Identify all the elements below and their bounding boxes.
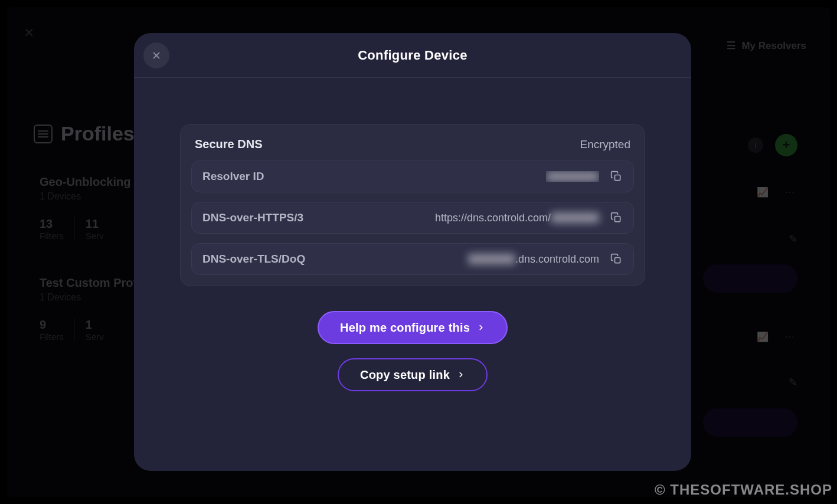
modal-close-button[interactable] bbox=[143, 42, 169, 68]
doh-label: DNS-over-HTTPS/3 bbox=[202, 211, 303, 224]
secure-dns-header: Secure DNS Encrypted bbox=[191, 135, 634, 161]
help-configure-label: Help me configure this bbox=[340, 321, 470, 335]
svg-rect-4 bbox=[615, 258, 620, 263]
doh-prefix: https://dns.controld.com/ bbox=[435, 212, 551, 224]
resolver-id-value: xxxxxxxx bbox=[546, 171, 599, 182]
watermark: © THESOFTWARE.SHOP bbox=[655, 482, 832, 498]
chevron-right-icon bbox=[477, 323, 485, 332]
copy-dot-button[interactable] bbox=[607, 250, 625, 268]
help-configure-button[interactable]: Help me configure this bbox=[318, 311, 508, 344]
chevron-right-icon bbox=[457, 371, 465, 379]
dot-value: xxxxxx.dns.controld.com bbox=[468, 253, 599, 266]
dns-over-https-row: DNS-over-HTTPS/3 https://dns.controld.co… bbox=[191, 202, 634, 234]
modal-title: Configure Device bbox=[358, 48, 467, 63]
secure-dns-title: Secure DNS bbox=[195, 138, 263, 151]
copy-icon bbox=[610, 253, 622, 265]
dot-label: DNS-over-TLS/DoQ bbox=[202, 253, 305, 266]
copy-setup-link-label: Copy setup link bbox=[360, 368, 450, 382]
svg-rect-3 bbox=[615, 217, 620, 222]
secure-dns-status: Encrypted bbox=[580, 138, 630, 151]
doh-value: https://dns.controld.com/xxxxxxx bbox=[435, 212, 599, 224]
copy-doh-button[interactable] bbox=[607, 209, 625, 227]
modal-header: Configure Device bbox=[134, 33, 691, 78]
copy-icon bbox=[610, 171, 622, 182]
copy-resolver-id-button[interactable] bbox=[607, 168, 625, 185]
modal-actions: Help me configure this Copy setup link bbox=[318, 311, 508, 391]
redacted-value: xxxxxxxx bbox=[546, 171, 599, 182]
resolver-id-row: Resolver ID xxxxxxxx bbox=[191, 161, 634, 192]
dot-suffix: .dns.controld.com bbox=[515, 253, 599, 266]
configure-device-modal: Configure Device Secure DNS Encrypted Re… bbox=[134, 33, 691, 471]
redacted-value: xxxxxx bbox=[468, 254, 515, 264]
copy-setup-link-button[interactable]: Copy setup link bbox=[338, 358, 488, 391]
redacted-value: xxxxxxx bbox=[551, 212, 599, 223]
svg-rect-2 bbox=[615, 175, 620, 181]
modal-body: Secure DNS Encrypted Resolver ID xxxxxxx… bbox=[134, 78, 691, 471]
secure-dns-box: Secure DNS Encrypted Resolver ID xxxxxxx… bbox=[180, 124, 645, 286]
dns-over-tls-row: DNS-over-TLS/DoQ xxxxxx.dns.controld.com bbox=[191, 243, 634, 275]
resolver-id-label: Resolver ID bbox=[202, 170, 264, 183]
close-icon bbox=[151, 50, 162, 61]
copy-icon bbox=[610, 212, 622, 224]
